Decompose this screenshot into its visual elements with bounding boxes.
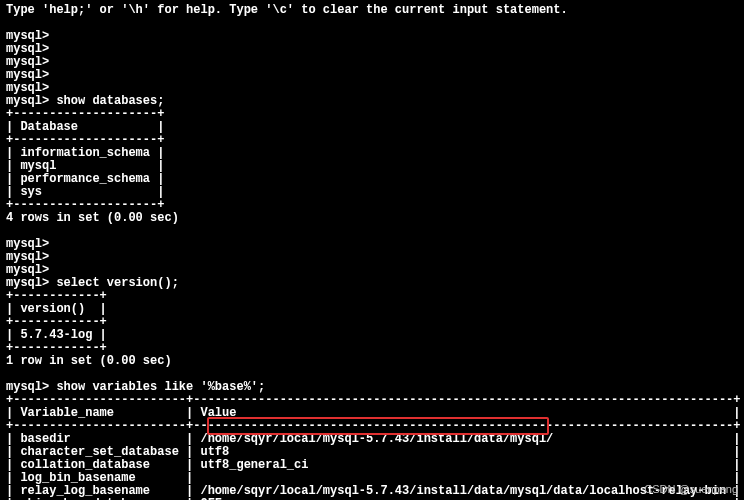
watermark: CSDN @suenpeng [644,483,738,496]
terminal-output: Type 'help;' or '\h' for help. Type '\c'… [0,0,744,500]
